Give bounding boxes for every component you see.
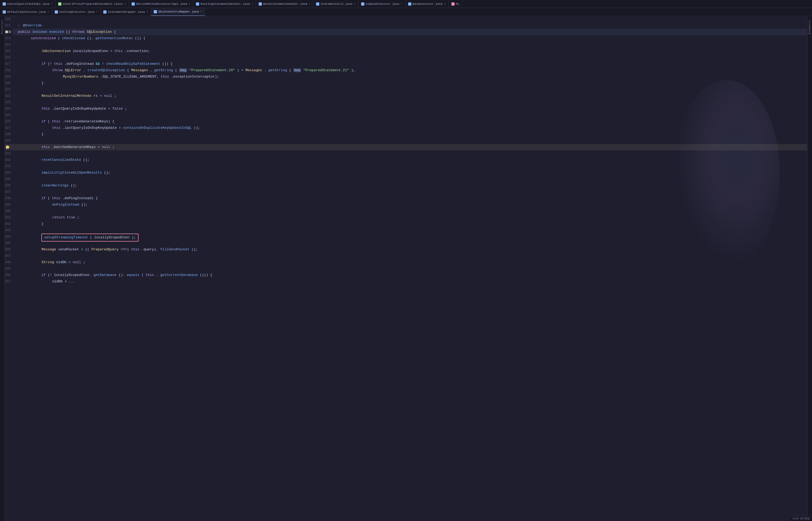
code-line-338: if ( this .doPingInstead) { <box>13 195 807 202</box>
java-icon <box>55 10 58 14</box>
breakpoint-icon: ● <box>5 31 8 33</box>
bulb-icon: 💡 <box>6 145 9 149</box>
editor-container: 310 311 312 ● ! 313 314 315 316 317 318 … <box>0 16 812 521</box>
close-icon[interactable]: × <box>401 2 403 5</box>
line-num-329: 329 <box>5 138 13 144</box>
code-line-337 <box>13 189 807 195</box>
code-line-327: this .lastQueryIsOnDupKeyUpdate = contai… <box>13 125 807 131</box>
tab-hikari[interactable]: HikariProxyPreparedStatement.class × <box>56 0 129 8</box>
java-icon <box>154 10 157 13</box>
code-line-314 <box>13 42 807 48</box>
code-line-323 <box>13 99 807 106</box>
code-lines: ▾ @Override public boolean execute () th… <box>13 16 807 521</box>
tab-cancel-query[interactable]: CancelQueryTaskImpl.java × <box>0 0 56 8</box>
code-line-311: ▾ @Override <box>13 22 807 29</box>
collapse-icon: ▾ <box>18 24 20 27</box>
code-line-344: setupStreamingTimeout ( locallyScopedCon… <box>13 233 807 240</box>
close-icon[interactable]: × <box>444 2 446 5</box>
close-icon[interactable]: × <box>189 2 190 5</box>
line-num-338: 338 <box>5 195 13 202</box>
tab-my[interactable]: My <box>449 0 462 8</box>
status-text: CSDN @中国版 <box>792 517 810 520</box>
code-line-312: public boolean execute () throws SQLExce… <box>13 29 807 35</box>
code-line-335 <box>13 176 807 182</box>
line-num-321: 321 <box>5 86 13 93</box>
code-line-336: clearWarnings (); <box>13 182 807 189</box>
code-line-348: String oldDb = null ; <box>13 259 807 266</box>
line-num-323: 323 <box>5 99 13 106</box>
tab-stmt-util[interactable]: StatementUtil.java × <box>313 0 359 8</box>
line-num-325: 325 <box>5 112 13 118</box>
code-line-350: if (! locallyScopedConn. getDatabase ().… <box>13 272 807 278</box>
close-icon[interactable]: × <box>309 2 311 5</box>
code-line-326: if ( this .retrieveGeneratedKeys) { <box>13 118 807 125</box>
tab-skull-inventory[interactable]: SkulnventoryMapper.java × <box>151 8 205 16</box>
bookmarks-label: Bookmarks <box>808 20 811 35</box>
tab-bar-row1: CancelQueryTaskImpl.java × HikariProxyPr… <box>0 0 812 8</box>
structure-sidebar: Structure <box>0 16 5 521</box>
tab-simple-exec[interactable]: SimpleExecutor.java × <box>359 0 405 8</box>
code-line-317: if (! this .doPingInstead && ! checkRead… <box>13 61 807 67</box>
line-num-330: 💡 330 <box>5 144 13 151</box>
line-num-339: 339 <box>5 202 13 208</box>
close-icon[interactable]: × <box>147 10 148 13</box>
line-num-334: 334 <box>5 169 13 176</box>
line-num-310: 310 <box>5 16 13 22</box>
java-icon <box>361 2 364 6</box>
my-icon <box>451 2 454 6</box>
line-num-333: 333 <box>5 163 13 169</box>
code-line-321 <box>13 86 807 93</box>
close-icon[interactable]: × <box>124 2 126 5</box>
code-line-332: resetCancelledState (); <box>13 157 807 163</box>
code-line-333 <box>13 163 807 169</box>
close-icon[interactable]: × <box>47 10 49 13</box>
code-line-324: this .lastQueryIsOnDupKeyUpdate = false … <box>13 106 807 112</box>
line-num-350: 350 <box>5 272 13 278</box>
line-number-gutter: 310 311 312 ● ! 313 314 315 316 317 318 … <box>5 16 13 521</box>
debug-icon: ! <box>8 31 11 33</box>
close-icon[interactable]: × <box>354 2 356 5</box>
java-icon <box>58 2 61 6</box>
tab-base-exec[interactable]: BaseExecutor.java × <box>405 0 449 8</box>
code-line-340 <box>13 208 807 214</box>
code-line-320: } <box>13 80 807 86</box>
code-line-347 <box>13 253 807 259</box>
code-line-329 <box>13 138 807 144</box>
tab-base-stmt[interactable]: BaseStatementHandler.java × <box>256 0 313 8</box>
close-icon[interactable]: × <box>96 10 98 13</box>
line-num-320: 320 <box>5 80 13 86</box>
java-icon <box>196 2 199 6</box>
line-num-312: 312 ● ! <box>5 29 13 35</box>
tab-caching-exec[interactable]: CachingExecutor.java × <box>52 8 101 16</box>
bookmarks-sidebar: Bookmarks <box>807 16 812 521</box>
code-line-331 <box>13 151 807 157</box>
line-num-341: 341 <box>5 214 13 221</box>
code-line-330: this .batchedGeneratedKeys = null ; <box>13 144 807 151</box>
line-num-332: 332 <box>5 157 13 163</box>
code-line-319: MysqlErrorNumbers .SQL_STATE_ILLEGAL_ARG… <box>13 74 807 80</box>
status-bar: CSDN @中国版 <box>790 516 812 521</box>
close-icon[interactable]: × <box>51 2 52 5</box>
java-icon <box>103 10 107 14</box>
code-line-325 <box>13 112 807 118</box>
java-icon <box>3 10 6 14</box>
line-num-311: 311 <box>5 22 13 29</box>
tab-native[interactable]: NativeMethodAccessorImpl.java × <box>129 0 193 8</box>
line-num-324: 324 <box>5 106 13 112</box>
close-icon[interactable]: × <box>252 2 253 5</box>
tab-default-sql[interactable]: DefaultSqlSession.java × <box>0 8 52 16</box>
tab-routing[interactable]: RoutingStatementHandler.java × <box>193 0 256 8</box>
line-num-336: 336 <box>5 182 13 189</box>
line-num-317: 317 <box>5 61 13 67</box>
code-line-345 <box>13 240 807 246</box>
line-num-346: 346 <box>5 246 13 253</box>
java-icon <box>259 2 262 6</box>
line-num-326: 326 <box>5 118 13 125</box>
code-line-322: ResultSetInternalMethods rs = null ; <box>13 93 807 99</box>
close-icon[interactable]: × <box>200 10 202 13</box>
tab-stmt-wrapper[interactable]: StatementWrapper.java × <box>101 8 151 16</box>
code-line-316 <box>13 54 807 61</box>
code-line-339: doPingInstead (); <box>13 202 807 208</box>
line-num-331: 331 <box>5 151 13 157</box>
structure-label: Structure <box>1 20 4 35</box>
